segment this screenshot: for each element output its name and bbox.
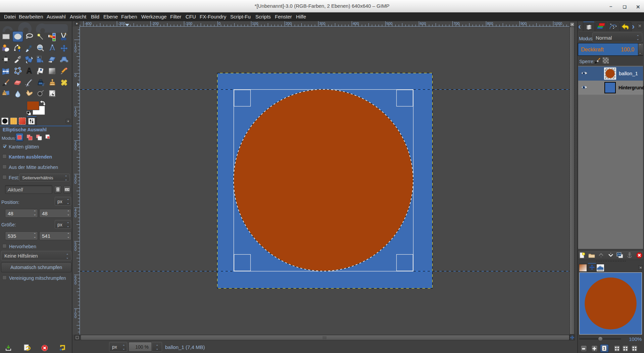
svg-text:A: A [26,66,32,75]
svg-text:1: 1 [603,346,605,350]
